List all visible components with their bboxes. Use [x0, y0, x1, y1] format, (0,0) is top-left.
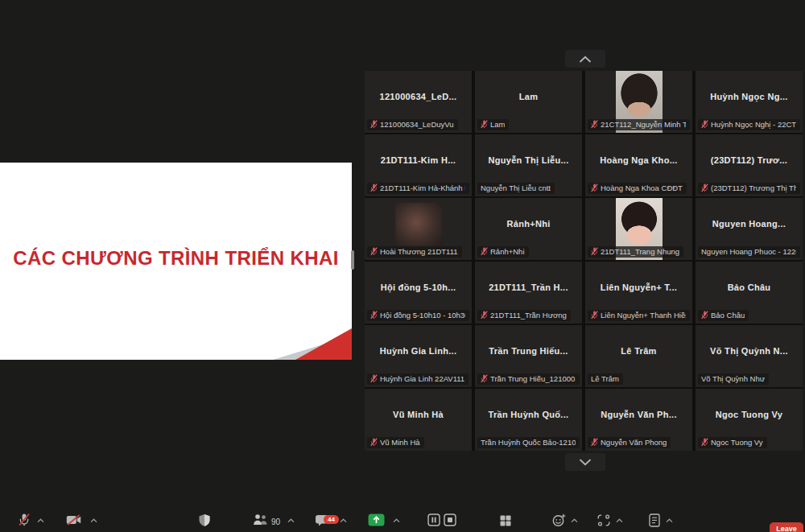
muted-mic-icon: [591, 184, 598, 192]
participant-display-name: Võ Thị Quỳnh N...: [699, 325, 799, 376]
participant-display-name: Hội đồng 5-10h...: [368, 262, 469, 312]
mute-menu-chevron[interactable]: [37, 513, 44, 526]
participant-tile[interactable]: Vũ Minh Hà Vũ Minh Hà: [365, 389, 472, 451]
participant-tile[interactable]: Rảnh+Nhi Rảnh+Nhi: [475, 198, 582, 260]
muted-mic-icon: [701, 184, 708, 192]
muted-mic-icon: [370, 374, 378, 383]
participant-tile[interactable]: Huỳnh Gia Linh... Huỳnh Gia Linh 22AV111: [365, 325, 472, 387]
apps-grid-icon: [500, 515, 511, 529]
participant-tile[interactable]: Trần Trung Hiếu... Trần Trung Hiếu_12100…: [475, 325, 582, 387]
whiteboards-button[interactable]: [597, 514, 610, 529]
participant-display-name: Huỳnh Gia Linh...: [368, 325, 469, 376]
participant-tile[interactable]: Lam Lam: [475, 71, 582, 133]
notes-menu-chevron[interactable]: [666, 513, 673, 526]
participant-tile[interactable]: Hoài Thương 21DT111: [365, 198, 472, 260]
participant-tile[interactable]: 21DT111_Trang Nhung: [585, 198, 692, 260]
pause-icon: [427, 513, 440, 529]
participant-tile[interactable]: Hoàng Nga Kho... Hoàng Nga Khoa CĐĐT: [585, 134, 692, 196]
stop-recording-button[interactable]: [444, 513, 456, 529]
participant-name-label: 21CT112_Nguyễn Minh Thy: [588, 119, 690, 130]
participant-tile[interactable]: Trần Huỳnh Quố... Trần Huỳnh Quốc Bảo-12…: [475, 389, 582, 451]
reactions-menu-chevron[interactable]: [571, 513, 578, 526]
muted-mic-icon: [591, 311, 598, 320]
muted-mic-icon: [370, 438, 378, 447]
muted-mic-icon: [701, 120, 708, 129]
participant-name-text: Rảnh+Nhi: [490, 247, 525, 256]
participant-tile[interactable]: Võ Thị Quỳnh N... Võ Thị Quỳnh Như: [696, 325, 803, 387]
participants-icon: [253, 513, 270, 528]
gallery-scroll-up-button[interactable]: [565, 50, 605, 68]
participant-tile[interactable]: Bảo Châu Bảo Châu: [696, 262, 803, 324]
pause-recording-button[interactable]: [427, 513, 440, 529]
microphone-muted-icon: [18, 513, 31, 530]
whiteboards-menu-chevron[interactable]: [616, 513, 623, 526]
video-button[interactable]: [66, 514, 81, 528]
chevron-up-icon: [571, 513, 578, 526]
leave-button[interactable]: Leave: [770, 522, 803, 532]
participant-tile[interactable]: 121000634_LeD... 121000634_LeDuyVu: [365, 71, 472, 133]
video-menu-chevron[interactable]: [90, 513, 97, 526]
participant-display-name: Trần Trung Hiếu...: [478, 325, 579, 376]
reactions-button[interactable]: [552, 513, 566, 530]
muted-mic-icon: [591, 438, 598, 447]
mute-button[interactable]: [18, 513, 31, 530]
participant-tile[interactable]: (23DT112) Trươ... (23DT112) Trương Thị T…: [696, 134, 803, 196]
participants-button[interactable]: [253, 513, 270, 528]
participant-name-label: Trần Huỳnh Quốc Bảo-121000...: [477, 437, 580, 448]
participant-display-name: 121000634_LeD...: [368, 71, 469, 122]
security-button[interactable]: [198, 513, 211, 530]
chat-menu-chevron[interactable]: [340, 513, 347, 526]
participant-name-text: Vũ Minh Hà: [380, 438, 420, 447]
participant-display-name: Rảnh+Nhi: [478, 198, 579, 249]
participant-tile[interactable]: Nguyen Hoang... Nguyen Hoang Phuoc - 122…: [696, 198, 803, 260]
participant-tile[interactable]: 21DT111-Kim H... 21DT111-Kim Hà-Khánh Li…: [365, 134, 472, 196]
participant-display-name: 21DT111_Trần H...: [478, 262, 579, 312]
participant-name-text: 21DT111-Kim Hà-Khánh Linh: [380, 184, 465, 192]
participants-menu-chevron[interactable]: [287, 513, 295, 526]
participant-tile[interactable]: Liên Nguyễn+ T... Liên Nguyễn+ Thanh Hiề…: [585, 262, 692, 324]
participant-tile[interactable]: Ngoc Tuong Vy Ngoc Tuong Vy: [696, 389, 803, 451]
participant-name-label: 21DT111-Kim Hà-Khánh Linh: [367, 183, 469, 194]
participant-name-label: 121000634_LeDuyVu: [367, 119, 458, 130]
participant-name-text: 21DT111_Trần Hương: [490, 311, 567, 320]
participant-name-text: Ngoc Tuong Vy: [711, 438, 763, 447]
participant-display-name: Liên Nguyễn+ T...: [588, 262, 689, 312]
slide-title: CÁC CHƯƠNG TRÌNH TRIỂN KHAI: [13, 247, 339, 270]
participant-name-text: Nguyen Hoang Phuoc - 12200...: [701, 247, 796, 256]
scrollbar-thumb[interactable]: [351, 250, 354, 270]
participant-tile[interactable]: Huỳnh Ngọc Ng... Huỳnh Ngọc Nghị - 22CT1…: [696, 71, 803, 133]
chevron-up-icon: [37, 513, 44, 526]
gallery-scroll-down-button[interactable]: [565, 453, 605, 471]
participants-count: 90: [271, 518, 280, 526]
participant-name-label: Hội đồng 5-10h10 - 10h30: [367, 310, 469, 321]
participant-tile[interactable]: Hội đồng 5-10h... Hội đồng 5-10h10 - 10h…: [365, 262, 472, 324]
muted-mic-icon: [591, 120, 598, 129]
participant-tile[interactable]: Nguyễn Thị Liễu... Nguyễn Thị Liễu cntt: [475, 134, 582, 196]
participant-tile[interactable]: Nguyễn Văn Ph... Nguyễn Văn Phong: [585, 389, 692, 451]
participant-tile[interactable]: 21CT112_Nguyễn Minh Thy: [585, 71, 692, 133]
participant-tile[interactable]: 21DT111_Trần H... 21DT111_Trần Hương: [475, 262, 582, 324]
meeting-toolbar: 90 44: [0, 510, 805, 532]
participant-name-label: Nguyễn Văn Phong: [588, 437, 671, 448]
chat-badge: 44: [324, 515, 339, 524]
participant-name-text: Bảo Châu: [711, 311, 745, 320]
participant-tile[interactable]: Lê Trâm Lê Trâm: [585, 325, 692, 387]
notes-button[interactable]: [649, 513, 660, 530]
leave-button-label: Leave: [776, 525, 797, 532]
share-menu-chevron[interactable]: [393, 513, 400, 526]
participant-name-label: 21DT111_Trần Hương: [477, 310, 571, 321]
participant-display-name: Nguyễn Văn Ph...: [588, 389, 689, 439]
participant-name-text: Huỳnh Ngọc Nghị - 22CT112: [711, 120, 796, 129]
muted-mic-icon: [370, 120, 378, 129]
muted-mic-icon: [370, 311, 378, 320]
participant-display-name: Nguyen Hoang...: [699, 198, 799, 249]
presentation-slide: CÁC CHƯƠNG TRÌNH TRIỂN KHAI: [0, 163, 352, 360]
chevron-up-icon: [579, 53, 592, 65]
share-screen-button[interactable]: [368, 513, 385, 529]
participant-name-label: (23DT112) Trương Thị Thu ...: [698, 183, 800, 194]
participant-name-label: Trần Trung Hiếu_12100016...: [477, 373, 580, 385]
chevron-up-icon: [666, 513, 673, 526]
apps-button[interactable]: [500, 515, 511, 529]
participant-name-text: Lê Trâm: [591, 374, 619, 383]
participant-name-text: Trần Huỳnh Quốc Bảo-121000...: [481, 438, 576, 447]
